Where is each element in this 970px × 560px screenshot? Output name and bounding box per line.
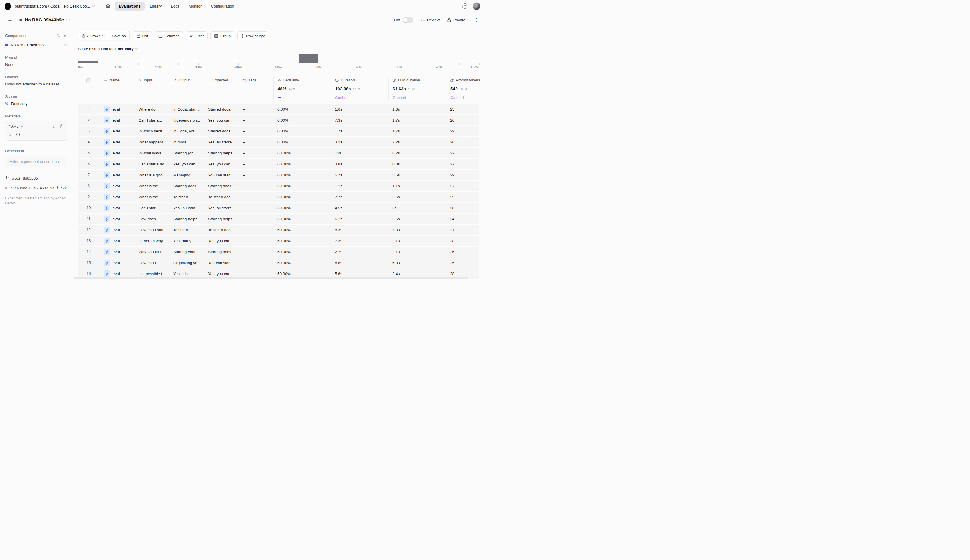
row-output-cell[interactable]: To star a... (169, 228, 204, 232)
row-input-cell[interactable]: Why should I... (135, 250, 169, 254)
row-input-cell[interactable]: Can I star a do... (135, 162, 169, 166)
row-prompt-tokens-cell[interactable]: 29 (446, 173, 479, 177)
row-expected-cell[interactable]: Starring helps... (204, 151, 239, 155)
row-input-cell[interactable]: What is the... (135, 184, 169, 188)
row-duration-cell[interactable]: 7.3s (331, 239, 388, 243)
row-tags-cell[interactable]: – (239, 151, 273, 155)
row-llm-duration-cell[interactable]: 0.8s (388, 162, 446, 166)
metadata-editor[interactable]: YAML 1 {} (5, 121, 67, 141)
row-expected-cell[interactable]: Starred docs... (204, 129, 239, 133)
row-prompt-tokens-cell[interactable]: 25 (446, 107, 479, 112)
row-llm-duration-cell[interactable]: 1.7s (388, 118, 446, 122)
row-prompt-tokens-cell[interactable]: 28 (446, 272, 479, 276)
row-llm-duration-cell[interactable]: 8.2s (388, 151, 446, 155)
row-name-cell[interactable]: eval (100, 248, 135, 255)
description-input[interactable] (5, 156, 67, 167)
row-expected-cell[interactable]: Yes, you can... (204, 272, 239, 276)
row-input-cell[interactable]: How can I star... (135, 228, 169, 232)
help-icon[interactable]: ? (462, 3, 467, 9)
row-output-cell[interactable]: Organizing yo... (169, 261, 204, 265)
row-name-cell[interactable]: eval (100, 183, 135, 189)
chevron-down-icon[interactable] (67, 19, 70, 21)
row-input-cell[interactable]: How can I... (135, 261, 169, 265)
column-header-tags[interactable]: Tags (239, 77, 273, 100)
column-header-input[interactable]: ↘Input (135, 77, 169, 100)
row-expected-cell[interactable]: To star a doc,... (204, 228, 239, 232)
row-tags-cell[interactable]: – (239, 195, 273, 199)
row-duration-cell[interactable]: 7.3s (331, 118, 388, 122)
home-icon[interactable] (104, 2, 112, 10)
row-prompt-tokens-cell[interactable]: 27 (446, 228, 479, 232)
row-name-cell[interactable]: eval (100, 117, 135, 123)
row-factuality-cell[interactable]: 60.00% (273, 206, 331, 210)
table-row[interactable]: 9 eval What is the... To star a... To st… (78, 192, 479, 203)
experiment-id-row[interactable]: ID c5e639ad-65a6-4692-9a5f-e2c… (5, 186, 67, 190)
row-duration-cell[interactable]: 1.1s (331, 184, 388, 188)
row-prompt-tokens-cell[interactable]: 27 (446, 184, 479, 188)
table-row[interactable]: 12 eval How can I star... To star a... T… (78, 225, 479, 235)
row-output-cell[interactable]: Starring your... (169, 250, 204, 254)
row-duration-cell[interactable]: 8.3s (331, 228, 388, 232)
row-factuality-cell[interactable]: 60.00% (273, 173, 331, 177)
row-name-cell[interactable]: eval (100, 150, 135, 156)
table-row[interactable]: 3 eval In which secti... In Coda, you...… (78, 126, 479, 137)
row-duration-cell[interactable]: 6.8s (331, 261, 388, 265)
row-name-cell[interactable]: eval (100, 128, 135, 134)
row-duration-cell[interactable]: 7.7s (331, 195, 388, 199)
row-tags-cell[interactable]: – (239, 272, 273, 276)
row-output-cell[interactable]: Starring helps... (169, 217, 204, 221)
all-rows-button[interactable]: All rows (78, 32, 108, 40)
row-factuality-cell[interactable]: 60.00% (273, 151, 331, 155)
row-name-cell[interactable]: eval (100, 139, 135, 145)
row-duration-cell[interactable]: 6.1s (331, 217, 388, 221)
row-expected-cell[interactable]: Yes, you can... (204, 162, 239, 166)
row-name-cell[interactable]: eval (100, 260, 135, 266)
row-llm-duration-cell[interactable]: 2.6s (388, 195, 446, 199)
row-llm-duration-cell[interactable]: 3.8s (388, 228, 446, 232)
row-output-cell[interactable]: Managing... (169, 173, 204, 177)
table-row[interactable]: 2 eval Can I star a... It depends on... … (78, 115, 479, 126)
table-row[interactable]: 4 eval What happens... In most... Yes, a… (78, 137, 479, 148)
histogram-bar[interactable] (78, 61, 98, 63)
row-tags-cell[interactable]: – (239, 250, 273, 254)
row-input-cell[interactable]: What happens... (135, 140, 169, 144)
row-output-cell[interactable]: Yes, in Coda... (169, 206, 204, 210)
row-name-cell[interactable]: eval (100, 106, 135, 112)
row-input-cell[interactable]: Where do... (135, 107, 169, 112)
metadata-content[interactable]: {} (16, 132, 20, 137)
row-llm-duration-cell[interactable]: 2.1s (388, 250, 446, 254)
row-prompt-tokens-cell[interactable]: 25 (446, 261, 479, 265)
row-expected-cell[interactable]: Yes, all starre... (204, 206, 239, 210)
scorer-item[interactable]: % Factuality (5, 102, 67, 106)
braintrust-logo-icon[interactable] (5, 3, 11, 10)
row-name-cell[interactable]: eval (100, 216, 135, 222)
tab-configuration[interactable]: Configuration (207, 2, 238, 11)
columns-button[interactable]: Columns (155, 32, 183, 40)
row-factuality-cell[interactable]: 60.00% (273, 261, 331, 265)
row-input-cell[interactable]: What is the... (135, 195, 169, 199)
column-header-name[interactable]: Name (100, 77, 135, 100)
row-expected-cell[interactable]: Starring docs... (204, 184, 239, 188)
tab-library[interactable]: Library (146, 2, 166, 11)
row-prompt-tokens-cell[interactable]: 27 (446, 162, 479, 166)
row-tags-cell[interactable]: – (239, 107, 273, 112)
row-llm-duration-cell[interactable]: 2.2s (388, 140, 446, 144)
row-duration-cell[interactable]: 5.7s (331, 173, 388, 177)
row-name-cell[interactable]: eval (100, 238, 135, 244)
row-factuality-cell[interactable]: 60.00% (273, 272, 331, 276)
row-factuality-cell[interactable]: 0.00% (273, 118, 331, 122)
column-header-expected[interactable]: =Expected (204, 77, 239, 100)
column-header-factuality[interactable]: %Factuality 48%AVG (273, 77, 331, 100)
row-tags-cell[interactable]: – (239, 239, 273, 243)
fold-icon[interactable] (52, 124, 56, 128)
table-row[interactable]: 14 eval Why should I... Starring your...… (78, 247, 479, 257)
row-duration-cell[interactable]: 3.8s (331, 162, 388, 166)
histogram-bar[interactable] (299, 54, 318, 63)
row-tags-cell[interactable]: – (239, 173, 273, 177)
column-header-output[interactable]: ↗Output (169, 77, 204, 100)
row-factuality-cell[interactable]: 0.00% (273, 129, 331, 133)
row-tags-cell[interactable]: – (239, 118, 273, 122)
list-view-button[interactable]: List (133, 32, 152, 40)
row-input-cell[interactable]: In what ways... (135, 151, 169, 155)
copy-icon[interactable] (60, 124, 63, 128)
